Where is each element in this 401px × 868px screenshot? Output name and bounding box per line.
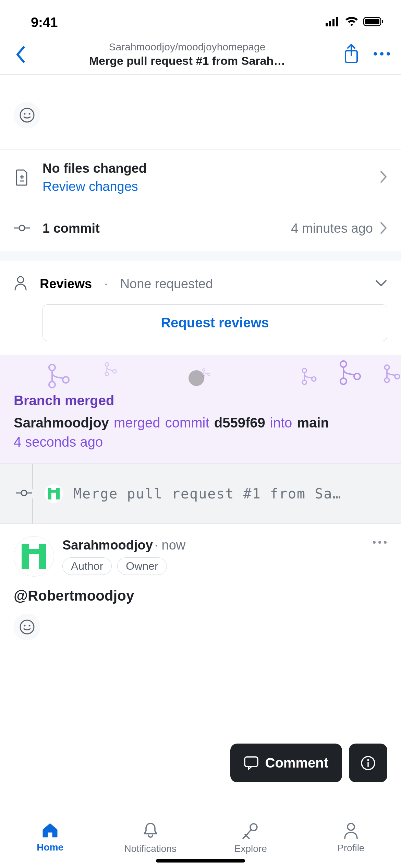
repo-path[interactable]: Sarahmoodjoy/moodjoyhomepage bbox=[31, 41, 343, 53]
add-reaction-button[interactable] bbox=[14, 614, 40, 640]
timeline-block: Merge pull request #1 from Sa… bbox=[0, 463, 401, 524]
commit-count: 1 commit bbox=[42, 221, 100, 236]
floating-actions: Comment bbox=[230, 744, 387, 782]
person-icon bbox=[14, 276, 27, 292]
file-diff-icon bbox=[14, 169, 30, 186]
svg-point-41 bbox=[21, 490, 27, 496]
svg-point-47 bbox=[24, 625, 26, 627]
svg-point-19 bbox=[19, 225, 25, 231]
reviews-row[interactable]: Reviews · None requested bbox=[0, 261, 401, 299]
svg-point-27 bbox=[113, 370, 116, 373]
commit-time: 4 minutes ago bbox=[291, 221, 373, 236]
reaction-row bbox=[0, 94, 401, 149]
owner-badge: Owner bbox=[117, 557, 167, 575]
back-button[interactable] bbox=[10, 46, 31, 63]
commit-icon bbox=[14, 489, 34, 498]
status-bar: 9:41 bbox=[0, 0, 401, 38]
merge-branch[interactable]: main bbox=[297, 415, 329, 430]
svg-point-31 bbox=[302, 369, 306, 373]
comment-button[interactable]: Comment bbox=[230, 744, 342, 782]
merge-commit-hash[interactable]: d559f69 bbox=[214, 415, 265, 430]
svg-point-48 bbox=[29, 625, 31, 627]
tab-notifications[interactable]: Notifications bbox=[100, 822, 201, 854]
commits-row[interactable]: 1 commit 4 minutes ago bbox=[0, 206, 401, 251]
svg-point-32 bbox=[302, 380, 306, 384]
chevron-down-icon bbox=[375, 279, 387, 288]
merge-user[interactable]: Sarahmoodjoy bbox=[14, 415, 109, 430]
commit-author-avatar bbox=[45, 484, 63, 503]
timeline-commit-item[interactable]: Merge pull request #1 from Sa… bbox=[0, 464, 401, 523]
status-time: 9:41 bbox=[31, 15, 58, 30]
reviews-status: None requested bbox=[120, 277, 213, 291]
nav-header: Sarahmoodjoy/moodjoyhomepage Merge pull … bbox=[0, 38, 401, 75]
svg-point-14 bbox=[29, 113, 31, 115]
chevron-right-icon bbox=[380, 221, 387, 236]
svg-point-13 bbox=[24, 113, 26, 115]
comment-author[interactable]: Sarahmoodjoy bbox=[62, 538, 153, 552]
svg-point-28 bbox=[203, 369, 205, 371]
share-button[interactable] bbox=[343, 44, 359, 65]
merge-time: 4 seconds ago bbox=[14, 434, 387, 450]
page-title: Merge pull request #1 from Sarah… bbox=[31, 54, 343, 68]
svg-rect-3 bbox=[336, 17, 338, 26]
svg-point-25 bbox=[105, 363, 109, 366]
svg-point-11 bbox=[387, 52, 390, 56]
svg-rect-49 bbox=[245, 757, 258, 767]
svg-point-45 bbox=[384, 541, 387, 544]
svg-rect-1 bbox=[329, 21, 331, 26]
touch-indicator bbox=[189, 370, 204, 386]
comment-body: @Robertmoodjoy bbox=[14, 588, 387, 604]
files-changed-title: No files changed bbox=[42, 161, 367, 176]
reviews-label: Reviews bbox=[40, 277, 92, 291]
svg-point-46 bbox=[20, 620, 34, 634]
commit-icon bbox=[14, 224, 30, 233]
tab-explore[interactable]: Explore bbox=[200, 822, 301, 854]
comment-button-label: Comment bbox=[265, 755, 328, 771]
svg-point-24 bbox=[63, 377, 69, 383]
svg-point-43 bbox=[373, 541, 376, 544]
svg-point-57 bbox=[348, 823, 354, 830]
timeline-commit-message: Merge pull request #1 from Sa… bbox=[73, 486, 387, 502]
review-changes-link[interactable]: Review changes bbox=[42, 179, 367, 194]
svg-point-23 bbox=[49, 382, 55, 388]
tab-home[interactable]: Home bbox=[0, 822, 100, 854]
more-menu-button[interactable] bbox=[373, 51, 391, 58]
merged-description: Sarahmoodjoy merged commit d559f69 into … bbox=[14, 413, 387, 432]
request-reviews-button[interactable]: Request reviews bbox=[42, 304, 387, 341]
cellular-icon bbox=[326, 17, 340, 28]
comment-time: now bbox=[162, 538, 186, 552]
home-indicator bbox=[156, 859, 245, 863]
svg-rect-6 bbox=[382, 20, 383, 23]
chevron-right-icon bbox=[380, 170, 387, 185]
svg-point-44 bbox=[378, 541, 381, 544]
svg-point-9 bbox=[374, 52, 377, 56]
info-button[interactable] bbox=[349, 744, 387, 782]
svg-point-12 bbox=[20, 108, 34, 122]
svg-point-22 bbox=[49, 364, 55, 371]
svg-rect-0 bbox=[326, 23, 328, 26]
svg-rect-5 bbox=[365, 19, 379, 24]
svg-point-36 bbox=[354, 373, 360, 379]
svg-point-38 bbox=[385, 378, 389, 383]
svg-point-34 bbox=[340, 361, 347, 367]
svg-point-35 bbox=[340, 378, 347, 384]
wifi-icon bbox=[345, 17, 359, 28]
files-changed-row[interactable]: No files changed Review changes bbox=[0, 149, 401, 206]
svg-point-10 bbox=[380, 52, 384, 56]
tab-profile[interactable]: Profile bbox=[301, 822, 401, 854]
svg-point-21 bbox=[17, 277, 24, 283]
author-badge: Author bbox=[62, 557, 112, 575]
add-reaction-button[interactable] bbox=[14, 102, 40, 129]
svg-point-37 bbox=[385, 365, 389, 370]
comment-more-button[interactable] bbox=[372, 540, 387, 546]
comment-card: Sarahmoodjoy · now Author Owner @Robertm… bbox=[0, 524, 401, 653]
svg-point-51 bbox=[367, 759, 369, 761]
svg-point-39 bbox=[395, 374, 400, 379]
battery-icon bbox=[363, 17, 384, 28]
svg-rect-2 bbox=[332, 19, 335, 26]
svg-point-33 bbox=[312, 377, 316, 381]
svg-point-26 bbox=[105, 372, 109, 376]
comment-avatar[interactable] bbox=[14, 536, 54, 577]
merged-heading: Branch merged bbox=[14, 393, 387, 408]
